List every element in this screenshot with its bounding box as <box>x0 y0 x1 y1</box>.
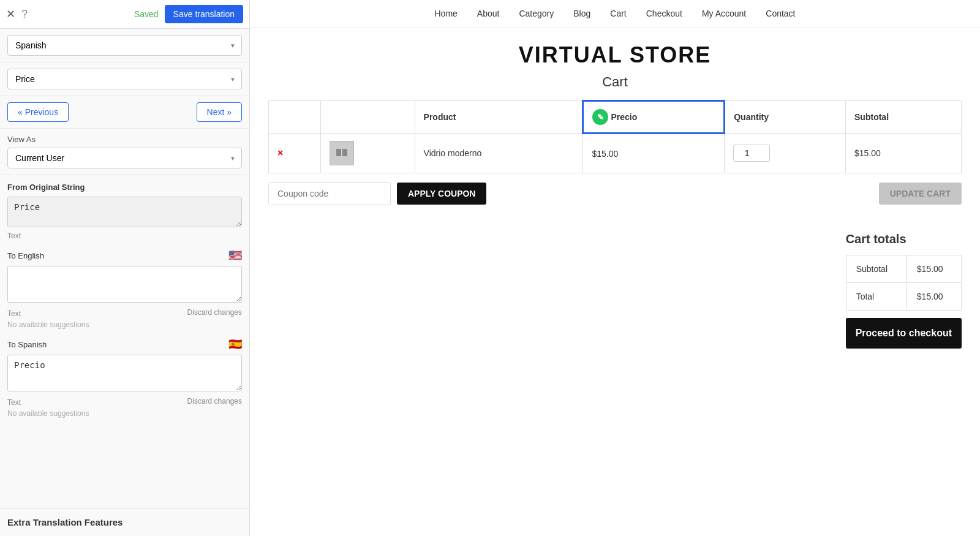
language-select-wrapper: Spanish French German Italian <box>7 35 242 56</box>
precio-badge: ✎ Precio <box>592 109 637 125</box>
remove-cell: × <box>269 134 321 173</box>
cart-header-row: Product ✎ Precio Quantity Subtotal <box>269 101 962 134</box>
coupon-row: APPLY COUPON UPDATE CART <box>268 173 962 214</box>
th-subtotal: Subtotal <box>846 101 962 134</box>
cart-table: Product ✎ Precio Quantity Subtotal × <box>268 100 962 173</box>
th-image <box>321 101 415 134</box>
th-remove <box>269 101 321 134</box>
nav-buttons: « Previous Next » <box>0 96 249 129</box>
string-select[interactable]: Price Product Quantity Subtotal <box>7 69 242 89</box>
english-discard-button[interactable]: Discard changes <box>187 308 242 317</box>
totals-total-row: Total $15.00 <box>846 283 961 311</box>
product-name-cell: Vidrio moderno <box>415 134 583 173</box>
totals-table-body: Subtotal $15.00 Total $15.00 <box>846 255 961 311</box>
view-as-section: View As Current User Guest Administrator <box>0 129 249 175</box>
product-image-cell <box>321 134 415 173</box>
to-spanish-header: To Spanish 🇪🇸 <box>7 338 242 351</box>
remove-icon[interactable]: × <box>277 148 283 158</box>
th-precio: ✎ Precio <box>583 101 725 134</box>
previous-button[interactable]: « Previous <box>7 102 69 122</box>
view-as-select-wrapper: Current User Guest Administrator <box>7 148 242 168</box>
th-quantity: Quantity <box>725 101 846 134</box>
right-panel: Home About Category Blog Cart Checkout M… <box>250 0 980 536</box>
to-english-textarea[interactable] <box>7 266 242 303</box>
from-original-title: From Original String <box>7 183 242 192</box>
spanish-type-label: Text <box>7 398 21 407</box>
store-title: VIRTUAL STORE <box>250 28 980 74</box>
cart-table-head: Product ✎ Precio Quantity Subtotal <box>269 101 962 134</box>
next-button[interactable]: Next » <box>197 102 242 122</box>
subtotal-value: $15.00 <box>907 255 961 283</box>
th-product: Product <box>415 101 583 134</box>
product-image-svg <box>333 144 351 162</box>
original-string-textarea[interactable] <box>7 197 242 227</box>
extra-features-section: Extra Translation Features <box>0 508 249 536</box>
precio-label: Precio <box>611 112 637 122</box>
view-as-label: View As <box>7 135 242 144</box>
spanish-flag: 🇪🇸 <box>228 338 242 351</box>
nav-category[interactable]: Category <box>519 9 554 18</box>
to-english-header: To English 🇺🇸 <box>7 249 242 262</box>
table-row: × Vidrio moderno $15.00 <box>269 134 962 173</box>
cart-container: Product ✎ Precio Quantity Subtotal × <box>250 100 980 214</box>
view-as-select[interactable]: Current User Guest Administrator <box>7 148 242 168</box>
cart-table-body: × Vidrio moderno $15.00 <box>269 134 962 173</box>
nav-home[interactable]: Home <box>434 9 457 18</box>
original-type-label: Text <box>7 232 242 240</box>
save-translation-button[interactable]: Save translation <box>165 5 243 23</box>
language-selector-section: Spanish French German Italian <box>0 29 249 62</box>
product-quantity-cell <box>725 134 846 173</box>
to-english-section: To English 🇺🇸 Text Discard changes No av… <box>7 249 242 329</box>
apply-coupon-button[interactable]: APPLY COUPON <box>397 183 486 205</box>
product-price-cell: $15.00 <box>583 134 725 173</box>
svg-rect-1 <box>336 149 341 156</box>
edit-icon: ✎ <box>592 109 608 125</box>
spanish-discard-button[interactable]: Discard changes <box>187 397 242 406</box>
nav-cart[interactable]: Cart <box>610 9 626 18</box>
to-english-title: To English <box>7 251 44 260</box>
close-button[interactable]: ✕ <box>6 7 15 21</box>
help-button[interactable]: ? <box>21 8 28 21</box>
to-english-footer: Text Discard changes <box>7 307 242 318</box>
cart-totals-title: Cart totals <box>846 232 962 246</box>
cart-totals-section: Cart totals Subtotal $15.00 Total $15.00… <box>827 232 980 367</box>
to-spanish-title: To Spanish <box>7 340 47 349</box>
english-no-suggestions: No available suggestions <box>7 320 242 329</box>
totals-table: Subtotal $15.00 Total $15.00 <box>846 255 962 311</box>
proceed-to-checkout-button[interactable]: Proceed to checkout <box>846 318 962 349</box>
update-cart-button[interactable]: UPDATE CART <box>879 183 962 205</box>
extra-features-title: Extra Translation Features <box>7 517 123 527</box>
translation-section: From Original String Text To English 🇺🇸 … <box>0 175 249 425</box>
english-type-label: Text <box>7 309 21 318</box>
language-select[interactable]: Spanish French German Italian <box>7 35 242 56</box>
total-label: Total <box>846 283 907 311</box>
nav-contact[interactable]: Contact <box>766 9 795 18</box>
string-select-wrapper: Price Product Quantity Subtotal <box>7 69 242 89</box>
saved-status: Saved <box>134 9 159 19</box>
string-selector-section: Price Product Quantity Subtotal <box>0 62 249 96</box>
to-spanish-section: To Spanish 🇪🇸 Text Discard changes No av… <box>7 338 242 418</box>
to-spanish-textarea[interactable] <box>7 355 242 391</box>
to-spanish-footer: Text Discard changes <box>7 396 242 407</box>
product-thumbnail <box>330 141 354 165</box>
quantity-input[interactable] <box>733 145 770 162</box>
nav-checkout[interactable]: Checkout <box>646 9 682 18</box>
nav-my-account[interactable]: My Account <box>702 9 746 18</box>
left-panel: ✕ ? Saved Save translation Spanish Frenc… <box>0 0 250 536</box>
english-flag: 🇺🇸 <box>228 249 242 262</box>
top-bar: ✕ ? Saved Save translation <box>0 0 249 29</box>
product-subtotal-cell: $15.00 <box>846 134 962 173</box>
svg-rect-2 <box>342 149 347 156</box>
svg-rect-0 <box>334 145 350 161</box>
nav-about[interactable]: About <box>477 9 500 18</box>
subtotal-label: Subtotal <box>846 255 907 283</box>
total-value: $15.00 <box>907 283 961 311</box>
coupon-input[interactable] <box>268 182 391 205</box>
cart-title: Cart <box>250 74 980 90</box>
site-nav: Home About Category Blog Cart Checkout M… <box>250 0 980 28</box>
spanish-no-suggestions: No available suggestions <box>7 409 242 418</box>
nav-blog[interactable]: Blog <box>573 9 590 18</box>
totals-subtotal-row: Subtotal $15.00 <box>846 255 961 283</box>
